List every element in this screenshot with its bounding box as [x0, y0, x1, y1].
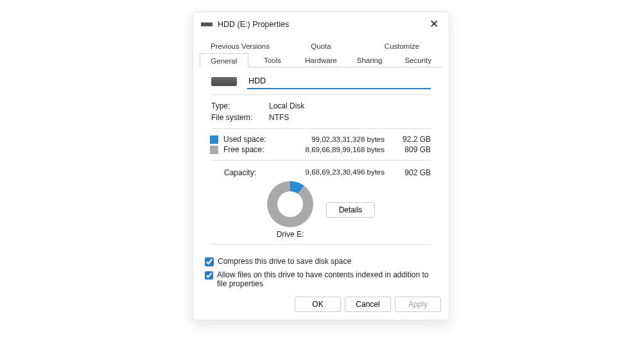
- window-title: HDD (E:) Properties: [218, 20, 426, 29]
- type-value: Local Disk: [269, 101, 431, 110]
- capacity-row: Capacity: 9,68,69,23,30,496 bytes 902 GB: [211, 166, 431, 178]
- tab-customize[interactable]: Customize: [361, 39, 442, 53]
- fs-label: File system:: [211, 113, 269, 122]
- dialog-footer: OK Cancel Apply: [193, 290, 449, 320]
- tab-security[interactable]: Security: [394, 53, 442, 67]
- used-swatch-icon: [210, 135, 218, 144]
- tab-tools[interactable]: Tools: [248, 53, 297, 67]
- used-label: Used space:: [223, 135, 280, 144]
- tab-sharing[interactable]: Sharing: [345, 53, 394, 67]
- ok-button[interactable]: OK: [295, 297, 341, 312]
- index-checkbox[interactable]: [205, 271, 213, 280]
- free-bytes: 8,69,66,89,99,168 bytes: [280, 146, 396, 153]
- capacity-bytes: 9,68,69,23,30,496 bytes: [275, 168, 396, 177]
- usage-donut-chart: [267, 181, 313, 227]
- details-button[interactable]: Details: [326, 202, 375, 218]
- drive-name-input[interactable]: [247, 74, 431, 89]
- free-human: 809 GB: [396, 145, 431, 154]
- tab-general[interactable]: General: [200, 53, 248, 67]
- compress-label: Compress this drive to save disk space: [218, 257, 351, 266]
- type-row: Type: Local Disk: [211, 100, 431, 112]
- used-human: 92.2 GB: [396, 135, 431, 144]
- used-bytes: 99,02,33,31,328 bytes: [280, 135, 396, 143]
- index-label: Allow files on this drive to have conten…: [217, 270, 437, 288]
- titlebar: HDD (E:) Properties ✕: [193, 12, 449, 35]
- fs-value: NTFS: [269, 113, 431, 122]
- tabs: Previous Versions Quota Customize Genera…: [200, 39, 442, 67]
- drive-icon: [201, 22, 213, 26]
- capacity-human: 902 GB: [396, 168, 431, 177]
- tab-quota[interactable]: Quota: [281, 39, 361, 53]
- capacity-label: Capacity:: [211, 168, 275, 177]
- apply-button[interactable]: Apply: [395, 297, 441, 312]
- drive-image-icon: [211, 77, 237, 86]
- cancel-button[interactable]: Cancel: [345, 297, 391, 312]
- close-icon[interactable]: ✕: [426, 17, 442, 31]
- tab-previous-versions[interactable]: Previous Versions: [200, 39, 281, 53]
- filesystem-row: File system: NTFS: [211, 112, 431, 123]
- properties-dialog: HDD (E:) Properties ✕ Previous Versions …: [193, 12, 449, 320]
- compress-checkbox[interactable]: [205, 257, 214, 266]
- type-label: Type:: [211, 101, 269, 110]
- free-swatch-icon: [210, 146, 218, 154]
- tab-hardware[interactable]: Hardware: [297, 53, 345, 67]
- drive-letter-label: Drive E:: [277, 230, 304, 239]
- compress-checkbox-row[interactable]: Compress this drive to save disk space: [205, 255, 437, 268]
- used-space-row: Used space: 99,02,33,31,328 bytes 92.2 G…: [211, 134, 431, 144]
- index-checkbox-row[interactable]: Allow files on this drive to have conten…: [205, 268, 437, 290]
- free-label: Free space:: [223, 145, 280, 154]
- free-space-row: Free space: 8,69,66,89,99,168 bytes 809 …: [211, 144, 431, 155]
